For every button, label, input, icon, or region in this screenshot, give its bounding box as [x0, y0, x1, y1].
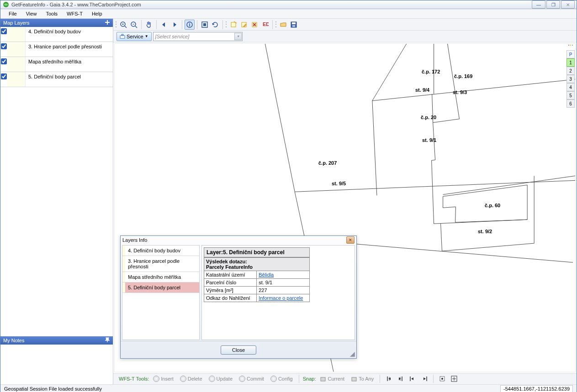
- dialog-layer-item[interactable]: 5. Definiční body parcel: [122, 282, 199, 293]
- layer-row[interactable]: 3. Hranice parcel podle přesnosti: [0, 42, 113, 57]
- dialog-footer: Close ◢: [121, 341, 356, 358]
- svg-rect-22: [321, 377, 325, 381]
- right-nav-item[interactable]: 3: [566, 75, 575, 83]
- layer-checkbox[interactable]: [0, 42, 7, 51]
- info-link[interactable]: Informace o parcele: [259, 295, 303, 301]
- status-bar: Geospatial Session File loaded successfu…: [0, 384, 577, 392]
- dialog-close-button[interactable]: Close: [221, 345, 256, 355]
- forward-icon[interactable]: [169, 20, 180, 30]
- my-notes-pin-icon[interactable]: [104, 337, 111, 343]
- service-bar: Service ▼ [Select service] ▾: [113, 31, 577, 42]
- wfst-config-button[interactable]: Config: [268, 376, 295, 382]
- table-row: Odkaz do NahlíženíInformace o parcele: [204, 294, 310, 302]
- right-nav-item[interactable]: 5: [566, 91, 575, 99]
- new-note-icon[interactable]: [228, 20, 238, 30]
- snap-toggle-right-icon[interactable]: [396, 374, 406, 383]
- right-nav-item[interactable]: 2: [566, 67, 575, 75]
- right-nav-item[interactable]: 4: [566, 83, 575, 91]
- my-notes-panel: My Notes: [0, 336, 113, 384]
- back-icon[interactable]: [159, 20, 169, 30]
- dialog-result-panel: Layer:5. Definiční body parcel Výsledek …: [201, 245, 355, 340]
- map-label: st. 9/4: [415, 87, 429, 93]
- layer-name: 3. Hranice parcel podle přesnosti: [26, 42, 113, 51]
- svg-rect-21: [120, 36, 125, 38]
- layer-legend-icon: [7, 57, 26, 72]
- dialog-titlebar[interactable]: Layers Info ✕: [121, 236, 356, 244]
- settings-icon[interactable]: [437, 374, 447, 383]
- layer-row[interactable]: 4. Definiční body budov: [0, 27, 113, 42]
- delete-note-icon[interactable]: [249, 20, 259, 30]
- main-toolbar: i EDIT: [113, 19, 577, 31]
- svg-rect-13: [203, 23, 206, 26]
- snap-toggle-left-icon[interactable]: [384, 374, 394, 383]
- open-icon[interactable]: [278, 20, 288, 30]
- wfst-delete-button[interactable]: Delete: [178, 376, 205, 382]
- snap-toany-button[interactable]: To Any: [349, 376, 376, 382]
- toolbar-grip[interactable]: [115, 20, 118, 29]
- layer-name: Mapa středního měřítka: [26, 57, 113, 66]
- layer-checkbox[interactable]: [0, 27, 7, 36]
- minimize-button[interactable]: —: [532, 0, 545, 9]
- snap-outward-icon[interactable]: [419, 374, 429, 383]
- save-icon[interactable]: [289, 20, 299, 30]
- wfst-commit-button[interactable]: Commit: [237, 376, 266, 382]
- chevron-down-icon: ▾: [234, 33, 242, 40]
- bottom-toolbar: WFS-T Tools: Insert Delete Update Commit…: [113, 373, 577, 384]
- edit-note-icon[interactable]: [239, 20, 249, 30]
- layers-info-dialog: Layers Info ✕ 4. Definiční body budov 3.…: [120, 235, 357, 359]
- map-layers-title: Map Layers: [3, 20, 29, 26]
- fullscreen-icon[interactable]: [449, 374, 459, 383]
- snap-inward-icon[interactable]: [408, 374, 418, 383]
- menu-view[interactable]: View: [21, 9, 42, 18]
- service-select-placeholder: [Select service]: [155, 34, 190, 39]
- right-nav-item[interactable]: 6: [566, 99, 575, 108]
- wfst-insert-button[interactable]: Insert: [151, 376, 176, 382]
- menu-help[interactable]: Help: [87, 9, 107, 18]
- table-row: Katastrální územíBělidla: [204, 271, 310, 279]
- add-layer-button[interactable]: [104, 19, 111, 26]
- menu-file[interactable]: File: [4, 9, 21, 18]
- zoom-out-icon[interactable]: [129, 20, 139, 30]
- dialog-layer-item[interactable]: 3. Hranice parcel podle přesnosti: [122, 256, 199, 272]
- service-select[interactable]: [Select service] ▾: [153, 32, 243, 41]
- pan-icon[interactable]: [144, 20, 154, 30]
- info-link[interactable]: Bělidla: [259, 272, 274, 277]
- map-layers-header: Map Layers: [0, 19, 113, 27]
- layer-legend-icon: [7, 42, 26, 57]
- edit-text-icon[interactable]: EDIT: [260, 20, 270, 30]
- layer-row[interactable]: Mapa středního měřítka: [0, 57, 113, 72]
- right-nav-item[interactable]: 1: [566, 58, 575, 67]
- layer-checkbox[interactable]: [0, 57, 7, 66]
- map-label: č.p. 172: [422, 69, 440, 74]
- menu-wfst[interactable]: WFS-T: [62, 9, 87, 18]
- info-table: Výsledek dotazu: Parcely FeatureInfo Kat…: [204, 257, 310, 302]
- dialog-layer-item[interactable]: 4. Definiční body budov: [122, 246, 199, 256]
- map-label: st. 9/5: [332, 181, 346, 186]
- layer-name: 5. Definiční body parcel: [26, 72, 113, 81]
- refresh-icon[interactable]: [210, 20, 220, 30]
- maximize-button[interactable]: ❐: [546, 0, 560, 9]
- map-label: st. 9/2: [478, 229, 492, 234]
- my-notes-header: My Notes: [0, 336, 113, 345]
- zoom-in-icon[interactable]: [118, 20, 128, 30]
- snap-current-button[interactable]: Current: [318, 376, 347, 382]
- window-title: GetFeatureInfo - Gaia 3.4.2 - www.TheCar…: [11, 2, 532, 7]
- menu-tools[interactable]: Tools: [41, 9, 62, 18]
- map-label: č.p. 60: [485, 203, 500, 208]
- close-button[interactable]: ✕: [561, 0, 575, 9]
- dialog-layer-item[interactable]: Mapa středního měřítka: [122, 272, 199, 282]
- toolbar-grip[interactable]: [225, 20, 228, 29]
- resize-grip-icon[interactable]: ◢: [350, 352, 355, 357]
- toolbar-grip[interactable]: [275, 20, 278, 29]
- layer-checkbox[interactable]: [0, 72, 7, 81]
- extent-icon[interactable]: [200, 20, 210, 30]
- map-label: st. 9/3: [453, 89, 467, 95]
- right-nav-dots: [566, 45, 575, 50]
- service-button[interactable]: Service ▼: [116, 32, 152, 41]
- layer-row[interactable]: 5. Definiční body parcel: [0, 72, 113, 87]
- dialog-close-icon[interactable]: ✕: [346, 236, 355, 244]
- layers-list: 4. Definiční body budov 3. Hranice parce…: [0, 27, 113, 336]
- identify-icon[interactable]: i: [185, 20, 195, 30]
- wfst-update-button[interactable]: Update: [206, 376, 235, 382]
- right-nav-header: P: [566, 50, 575, 58]
